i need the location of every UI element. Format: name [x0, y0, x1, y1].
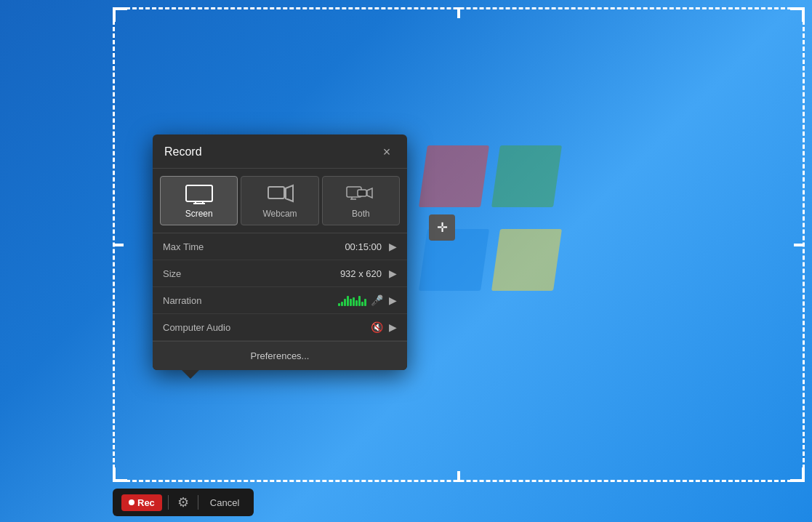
svg-rect-0	[186, 185, 212, 201]
size-label: Size	[163, 268, 340, 279]
svg-marker-10	[367, 188, 372, 198]
narration-volume-bars	[338, 294, 366, 306]
svg-rect-9	[358, 190, 366, 196]
narration-chevron[interactable]: ▶	[389, 294, 397, 306]
close-button[interactable]: ×	[378, 143, 395, 161]
mode-selector: Screen Webcam B	[153, 169, 407, 233]
settings-section: Max Time 00:15:00 ▶ Size 932 x 620 ▶ Nar…	[153, 233, 407, 341]
toolbar-divider	[168, 495, 169, 510]
dialog-pointer	[182, 370, 199, 379]
narration-label: Narration	[163, 295, 338, 306]
mode-screen-button[interactable]: Screen	[160, 176, 238, 225]
both-icon	[346, 184, 375, 204]
toolbar-divider-2	[198, 495, 198, 510]
webcam-label: Webcam	[262, 209, 297, 219]
cancel-button[interactable]: Cancel	[204, 494, 245, 511]
speaker-muted-icon: 🔇	[371, 321, 383, 333]
mode-both-button[interactable]: Both	[322, 176, 400, 225]
max-time-value: 00:15:00	[345, 241, 382, 252]
webcam-icon	[265, 184, 294, 204]
max-time-row: Max Time 00:15:00 ▶	[153, 233, 407, 260]
microphone-icon: 🎤	[371, 294, 383, 306]
rec-label: Rec	[137, 497, 155, 508]
computer-audio-chevron[interactable]: ▶	[389, 321, 397, 333]
size-value: 932 x 620	[340, 268, 382, 279]
size-chevron[interactable]: ▶	[389, 268, 397, 279]
computer-audio-row: Computer Audio 🔇 ▶	[153, 314, 407, 341]
move-cursor-icon[interactable]: ✛	[429, 214, 455, 241]
svg-marker-5	[286, 185, 293, 201]
bottom-toolbar: Rec ⚙ Cancel	[113, 489, 254, 516]
dialog-title: Record	[164, 145, 202, 158]
rec-button[interactable]: Rec	[121, 494, 162, 511]
narration-row: Narration 🎤 ▶	[153, 287, 407, 314]
record-dialog: Record × Screen We	[153, 134, 407, 370]
screen-icon	[185, 184, 214, 204]
rec-dot	[129, 499, 134, 505]
svg-rect-4	[268, 187, 284, 198]
preferences-button[interactable]: Preferences...	[153, 341, 407, 370]
dialog-header: Record ×	[153, 134, 407, 169]
max-time-label: Max Time	[163, 241, 345, 252]
max-time-chevron[interactable]: ▶	[389, 241, 397, 252]
size-row: Size 932 x 620 ▶	[153, 260, 407, 287]
computer-audio-label: Computer Audio	[163, 322, 371, 333]
screen-label: Screen	[185, 209, 213, 219]
settings-button[interactable]: ⚙	[174, 493, 192, 512]
mode-webcam-button[interactable]: Webcam	[241, 176, 318, 225]
both-label: Both	[352, 209, 370, 219]
